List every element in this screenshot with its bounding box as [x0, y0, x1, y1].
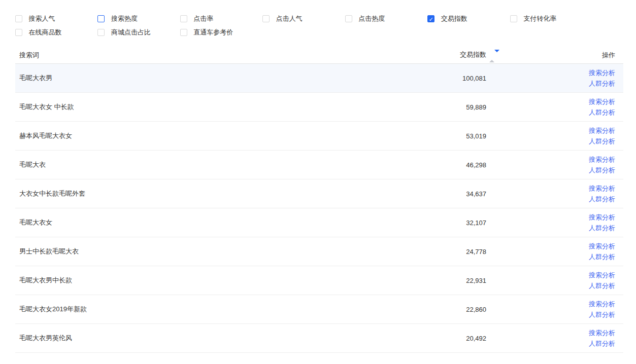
metric-label: 直通车参考价	[193, 28, 233, 36]
table-row[interactable]: 男士中长款毛呢大衣 24,778 搜索分析 人群分析	[15, 237, 623, 266]
keyword-cell: 毛呢大衣男英伦风	[19, 334, 334, 343]
keyword-cell: 毛呢大衣	[19, 160, 334, 169]
metrics-row-1: 搜索人气 搜索热度 点击率 点击人气 点击热度	[15, 14, 636, 22]
search-analysis-link[interactable]: 搜索分析	[486, 125, 615, 136]
keyword-cell: 毛呢大衣男	[19, 74, 334, 83]
actions-cell: 搜索分析 人群分析	[486, 154, 615, 175]
keyword-cell: 大衣女中长款毛呢外套	[19, 189, 334, 198]
metrics-row-2: 在线商品数 商城点击占比 直通车参考价	[15, 28, 636, 36]
table-row[interactable]: 毛呢大衣女2019年新款 22,860 搜索分析 人群分析	[15, 295, 623, 324]
metric-checkbox-item[interactable]: 点击热度	[345, 14, 425, 23]
table-row[interactable]: 毛呢大衣男中长款 22,931 搜索分析 人群分析	[15, 266, 623, 295]
actions-cell: 搜索分析 人群分析	[486, 125, 615, 147]
audience-analysis-link[interactable]: 人群分析	[486, 251, 615, 262]
metric-label: 点击人气	[276, 15, 303, 22]
search-analysis-link[interactable]: 搜索分析	[486, 154, 615, 165]
search-analysis-link[interactable]: 搜索分析	[486, 96, 615, 107]
table-row[interactable]: 毛呢大衣 46,298 搜索分析 人群分析	[15, 151, 623, 179]
keyword-cell: 毛呢大衣女 中长款	[19, 102, 334, 112]
actions-cell: 搜索分析 人群分析	[486, 96, 615, 118]
search-analysis-link[interactable]: 搜索分析	[486, 212, 615, 223]
index-value-cell: 34,637	[334, 190, 486, 198]
metrics-selector: 搜索人气 搜索热度 点击率 点击人气 点击热度	[0, 0, 636, 36]
search-analysis-link[interactable]: 搜索分析	[486, 270, 615, 280]
search-analysis-link[interactable]: 搜索分析	[486, 183, 615, 194]
checkbox-icon[interactable]	[97, 15, 105, 22]
audience-analysis-link[interactable]: 人群分析	[486, 107, 615, 118]
metric-checkbox-item[interactable]: 点击人气	[262, 14, 343, 23]
checkbox-icon[interactable]	[97, 29, 105, 36]
metric-checkbox-item[interactable]: 搜索人气	[15, 14, 95, 23]
index-value-cell: 59,889	[334, 103, 486, 111]
actions-cell: 搜索分析 人群分析	[486, 241, 615, 262]
audience-analysis-link[interactable]: 人群分析	[486, 78, 615, 89]
metric-checkbox-item[interactable]: 搜索热度	[97, 14, 178, 23]
column-header-keyword: 搜索词	[19, 51, 334, 60]
checkbox-icon[interactable]	[262, 15, 270, 22]
index-value-cell: 22,931	[334, 277, 486, 284]
keyword-cell: 毛呢大衣女	[19, 218, 334, 227]
metric-checkbox-item[interactable]: 商城点击占比	[97, 28, 178, 37]
column-header-index[interactable]: 交易指数	[334, 50, 486, 60]
actions-cell: 搜索分析 人群分析	[486, 299, 615, 320]
keyword-cell: 毛呢大衣男中长款	[19, 276, 334, 285]
table-header: 搜索词 交易指数 操作	[15, 47, 623, 64]
checkbox-icon[interactable]	[15, 29, 22, 36]
audience-analysis-link[interactable]: 人群分析	[486, 280, 615, 291]
checkbox-icon[interactable]	[345, 15, 352, 22]
actions-cell: 搜索分析 人群分析	[486, 270, 615, 291]
keyword-cell: 赫本风毛呢大衣女	[19, 131, 334, 140]
metric-label: 交易指数	[441, 15, 467, 22]
search-analysis-link[interactable]: 搜索分析	[486, 67, 615, 78]
actions-cell: 搜索分析 人群分析	[486, 327, 615, 349]
checkbox-icon[interactable]	[15, 15, 22, 22]
checkbox-icon[interactable]	[180, 29, 187, 36]
column-header-index-label: 交易指数	[460, 51, 486, 58]
metric-label: 商城点击占比	[111, 28, 151, 36]
metric-label: 点击热度	[358, 15, 385, 22]
search-analysis-link[interactable]: 搜索分析	[486, 327, 615, 338]
keyword-cell: 男士中长款毛呢大衣	[19, 247, 334, 256]
metric-label: 点击率	[193, 15, 213, 22]
index-value-cell: 24,778	[334, 248, 486, 256]
audience-analysis-link[interactable]: 人群分析	[486, 165, 615, 175]
metric-checkbox-item[interactable]: 点击率	[180, 14, 260, 23]
index-value-cell: 20,492	[334, 335, 486, 342]
actions-cell: 搜索分析 人群分析	[486, 67, 615, 89]
table-row[interactable]: 毛呢大衣男英伦风 20,492 搜索分析 人群分析	[15, 324, 623, 353]
keyword-cell: 毛呢大衣女2019年新款	[19, 305, 334, 314]
index-value-cell: 46,298	[334, 161, 486, 169]
index-value-cell: 22,860	[334, 306, 486, 313]
audience-analysis-link[interactable]: 人群分析	[486, 194, 615, 204]
metric-label: 支付转化率	[523, 15, 556, 22]
search-terms-table: 搜索词 交易指数 操作 毛呢大衣男 100,081 搜索分析 人群分析 毛呢大衣…	[15, 47, 623, 353]
checkbox-icon[interactable]	[510, 15, 517, 22]
search-analysis-link[interactable]: 搜索分析	[486, 299, 615, 309]
audience-analysis-link[interactable]: 人群分析	[486, 136, 615, 147]
metric-checkbox-item[interactable]: 直通车参考价	[180, 28, 260, 37]
index-value-cell: 32,107	[334, 219, 486, 227]
table-body: 毛呢大衣男 100,081 搜索分析 人群分析 毛呢大衣女 中长款 59,889…	[15, 64, 623, 353]
audience-analysis-link[interactable]: 人群分析	[486, 338, 615, 349]
metric-label: 在线商品数	[28, 28, 61, 36]
checkbox-icon[interactable]	[427, 15, 434, 22]
metric-checkbox-item[interactable]: 在线商品数	[15, 28, 95, 37]
metric-label: 搜索人气	[28, 15, 55, 22]
index-value-cell: 53,019	[334, 132, 486, 140]
metric-label: 搜索热度	[111, 15, 138, 22]
table-row[interactable]: 赫本风毛呢大衣女 53,019 搜索分析 人群分析	[15, 122, 623, 151]
table-row[interactable]: 毛呢大衣男 100,081 搜索分析 人群分析	[15, 64, 623, 93]
table-row[interactable]: 大衣女中长款毛呢外套 34,637 搜索分析 人群分析	[15, 179, 623, 208]
column-header-actions: 操作	[486, 51, 615, 60]
index-value-cell: 100,081	[334, 75, 486, 82]
search-analysis-link[interactable]: 搜索分析	[486, 241, 615, 251]
audience-analysis-link[interactable]: 人群分析	[486, 223, 615, 233]
actions-cell: 搜索分析 人群分析	[486, 183, 615, 204]
table-row[interactable]: 毛呢大衣女 中长款 59,889 搜索分析 人群分析	[15, 93, 623, 122]
metric-checkbox-item[interactable]: 支付转化率	[510, 14, 590, 23]
table-row[interactable]: 毛呢大衣女 32,107 搜索分析 人群分析	[15, 208, 623, 237]
metric-checkbox-item[interactable]: 交易指数	[427, 14, 508, 23]
audience-analysis-link[interactable]: 人群分析	[486, 309, 615, 320]
actions-cell: 搜索分析 人群分析	[486, 212, 615, 233]
checkbox-icon[interactable]	[180, 15, 187, 22]
